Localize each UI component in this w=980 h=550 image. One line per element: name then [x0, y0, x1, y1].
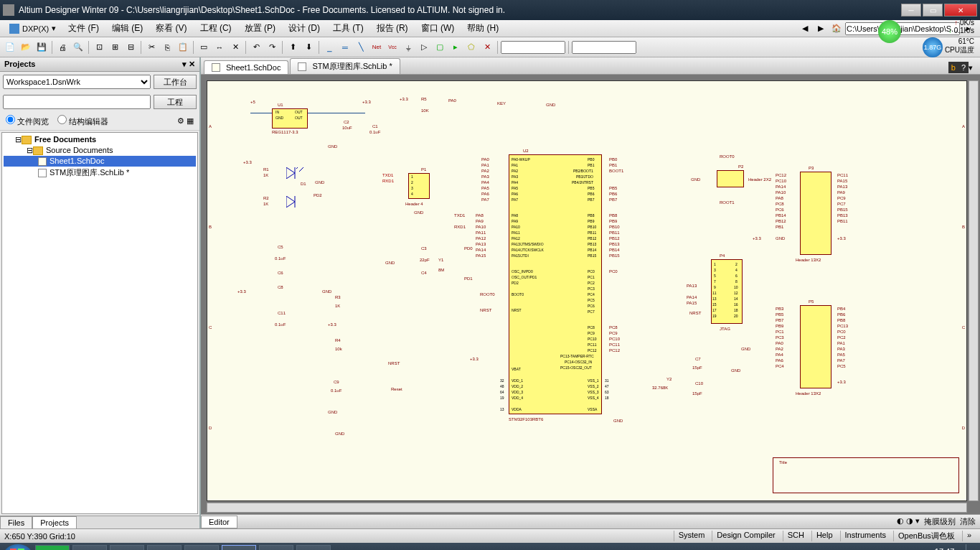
place-power-icon[interactable]: Vcc [385, 40, 400, 55]
panel-dropdown-icon[interactable]: ▾ ✕ [182, 60, 195, 69]
menu-tools[interactable]: 工具 (T) [327, 21, 369, 36]
status-pin-icon[interactable]: » [962, 531, 976, 541]
menu-edit[interactable]: 编辑 (E) [106, 21, 149, 36]
save-icon[interactable]: 💾 [34, 40, 49, 55]
schematic-canvas[interactable]: A B C D A B C D U1 IN OUT GND OUT REG111… [207, 80, 967, 501]
task-altium[interactable] [222, 545, 256, 550]
taskbar-clock[interactable]: 17:47 2015/4/5 [929, 547, 960, 550]
status-openbus[interactable]: OpenBus调色板 [893, 531, 959, 541]
bing-search-widget[interactable]: b?▾ [944, 62, 977, 74]
radio-structedit[interactable]: 结构编辑器 [57, 115, 108, 127]
copy-icon[interactable]: ⎘ [160, 40, 174, 55]
hierarchy-up-icon[interactable]: ⬆ [286, 40, 300, 55]
minimize-button[interactable]: ─ [901, 4, 921, 17]
nav-fwd-icon[interactable]: ▶ [814, 22, 828, 36]
preview-icon[interactable]: 🔍 [71, 40, 85, 55]
task-kugou[interactable]: Ⓚ [110, 545, 144, 550]
place-port-icon[interactable]: ⬠ [464, 40, 479, 55]
show-desktop-button[interactable] [966, 544, 971, 550]
status-sch[interactable]: SCH [783, 531, 809, 541]
tab-projects[interactable]: Projects [32, 516, 77, 528]
project-tree[interactable]: ⊟Free Documents ⊟Source Documents Sheet1… [1, 132, 198, 514]
project-button[interactable]: 工程 [154, 95, 197, 109]
menu-report[interactable]: 报告 (R) [371, 21, 414, 36]
workspace-button[interactable]: 工作台 [154, 75, 197, 89]
hierarchy-down-icon[interactable]: ⬇ [301, 40, 316, 55]
cpu-temp-label: CPU温度 [945, 46, 974, 54]
panel-header[interactable]: Projects ▾ ✕ [0, 57, 199, 72]
radio-fileview[interactable]: 文件阅览 [6, 115, 49, 127]
menu-place[interactable]: 放置 (P) [239, 21, 281, 36]
clear-button[interactable]: 清除 [960, 516, 976, 527]
mask-level-label[interactable]: 掩膜级别 [924, 516, 956, 527]
horizontal-scrollbar[interactable] [207, 503, 967, 513]
status-design-compiler[interactable]: Design Compiler [712, 531, 779, 541]
place-gnd-icon[interactable]: ⏚ [401, 40, 415, 55]
undo-icon[interactable]: ↶ [249, 40, 263, 55]
deselect-icon[interactable]: ✕ [228, 40, 242, 55]
mem-badge[interactable]: 1.87G [923, 37, 943, 57]
place-sheetentry-icon[interactable]: ▸ [448, 40, 463, 55]
tree-doc-schlib[interactable]: STM原理图库.SchLib * [4, 167, 196, 179]
tab-files[interactable]: Files [0, 516, 32, 528]
new-icon[interactable]: 📄 [3, 40, 17, 55]
task-qq[interactable]: 🐧 [296, 545, 331, 550]
place-netlabel-icon[interactable]: Net [369, 40, 384, 55]
place-part-icon[interactable]: ▷ [417, 40, 431, 55]
filter-input[interactable] [501, 41, 565, 54]
status-help[interactable]: Help [811, 531, 837, 541]
select-icon[interactable]: ▭ [197, 40, 211, 55]
cpu-pct-badge[interactable]: 48% [878, 20, 901, 43]
task-1[interactable]: ✿ [35, 545, 70, 550]
menu-view[interactable]: 察看 (V) [150, 21, 192, 36]
tree-root: ⊟Free Documents [4, 134, 196, 145]
move-icon[interactable]: ↔ [212, 40, 227, 55]
doc-tab-sheet1[interactable]: Sheet1.SchDoc [204, 60, 288, 74]
part-p3[interactable] [800, 172, 831, 255]
project-input[interactable] [3, 95, 151, 109]
place-sheet-icon[interactable]: ▢ [433, 40, 447, 55]
place-noerc-icon[interactable]: ✕ [480, 40, 494, 55]
zoom-fit-icon[interactable]: ⊡ [92, 40, 106, 55]
menu-design[interactable]: 设计 (D) [283, 21, 326, 36]
menu-file[interactable]: 文件 (F) [62, 21, 105, 36]
panel-settings-icon[interactable]: ⚙ ▦ [177, 116, 194, 126]
editor-tab[interactable]: Editor [201, 516, 237, 528]
maximize-button[interactable]: ▭ [923, 4, 943, 17]
place-bus-icon[interactable]: ═ [338, 40, 352, 55]
start-button[interactable] [3, 544, 33, 550]
menu-window[interactable]: 窗口 (W) [415, 21, 461, 36]
mask-icons[interactable]: ◐ ◑ ▾ [897, 516, 920, 527]
place-busentry-icon[interactable]: ╲ [354, 40, 368, 55]
panel-title: Projects [4, 60, 35, 69]
task-ie[interactable]: e [72, 545, 107, 550]
search-input[interactable] [572, 41, 636, 54]
doc-tab-schlib[interactable]: STM原理图库.SchLib * [290, 58, 400, 74]
tree-doc-sheet1[interactable]: Sheet1.SchDoc [4, 156, 196, 167]
print-icon[interactable]: 🖨 [55, 40, 70, 55]
open-icon[interactable]: 📂 [19, 40, 33, 55]
task-adobe[interactable]: A [259, 545, 293, 550]
paste-icon[interactable]: 📋 [176, 40, 190, 55]
redo-icon[interactable]: ↷ [265, 40, 279, 55]
menu-project[interactable]: 工程 (C) [194, 21, 237, 36]
projects-panel: Projects ▾ ✕ Workspace1.DsnWrk 工作台 工程 文件… [0, 57, 201, 528]
workspace-select[interactable]: Workspace1.DsnWrk [3, 75, 151, 89]
nav-back-icon[interactable]: ◀ [798, 22, 812, 36]
nav-home-icon[interactable]: 🏠 [829, 22, 844, 36]
zoom-sel-icon[interactable]: ⊟ [123, 40, 138, 55]
cut-icon[interactable]: ✂ [144, 40, 159, 55]
place-wire-icon[interactable]: ⎯ [322, 40, 336, 55]
task-explorer[interactable]: 🗂 [184, 545, 219, 550]
status-instruments[interactable]: Instruments [840, 531, 890, 541]
part-p5[interactable] [800, 305, 831, 388]
status-system[interactable]: System [674, 531, 710, 541]
close-button[interactable]: ✕ [944, 4, 977, 17]
svg-marker-4 [286, 196, 295, 208]
menu-help[interactable]: 帮助 (H) [461, 21, 504, 36]
dxp-menu[interactable]: DXP(X) ▾ [4, 22, 61, 36]
task-sogou[interactable]: ◐ [147, 545, 182, 550]
zoom-area-icon[interactable]: ⊞ [108, 40, 122, 55]
part-p2[interactable] [717, 170, 744, 187]
vertical-scrollbar[interactable] [969, 80, 979, 501]
